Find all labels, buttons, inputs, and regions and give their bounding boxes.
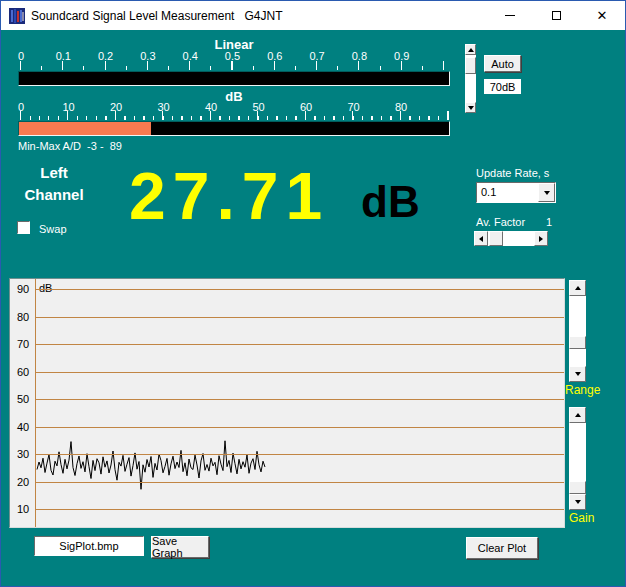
arrow-up-icon xyxy=(575,286,581,290)
update-rate-dropdown-button[interactable] xyxy=(538,183,555,202)
arrow-up-icon xyxy=(468,48,474,52)
av-factor-label: Av. Factor xyxy=(476,216,525,228)
db-minor-ticks xyxy=(20,116,449,120)
swap-checkbox[interactable] xyxy=(17,221,30,234)
y-axis-label: 60 xyxy=(17,366,35,378)
swap-checkbox-label: Swap xyxy=(39,223,67,235)
update-rate-value: 0.1 xyxy=(481,186,496,198)
range-up-button[interactable] xyxy=(569,280,586,296)
range-display: 70dB xyxy=(484,79,521,94)
arrow-up-icon xyxy=(575,413,581,417)
arrow-left-icon xyxy=(479,236,483,242)
y-axis-label: 80 xyxy=(17,311,35,323)
app-icon xyxy=(9,8,25,24)
gridline xyxy=(35,317,564,318)
gain-thumb[interactable] xyxy=(569,481,586,494)
range-thumb[interactable] xyxy=(569,336,586,349)
arrow-down-icon xyxy=(575,500,581,504)
gridline xyxy=(35,399,564,400)
av-factor-thumb[interactable] xyxy=(489,231,503,246)
window-title: Soundcard Signal Level Measurement G4JNT xyxy=(31,9,282,23)
av-factor-value: 1 xyxy=(546,216,552,228)
chevron-down-icon xyxy=(544,191,550,195)
arrow-down-icon xyxy=(468,106,474,110)
meter-scroll-up-button[interactable] xyxy=(465,44,476,55)
gridline xyxy=(35,509,564,510)
level-reading-value: 27.71 xyxy=(129,163,329,229)
y-axis-label: 90 xyxy=(17,283,35,295)
meter-scroll-thumb[interactable] xyxy=(465,57,476,74)
caption-buttons: ✕ xyxy=(487,1,625,30)
range-scrollbar[interactable] xyxy=(569,280,586,382)
channel-label-line2: Channel xyxy=(9,186,99,203)
close-button[interactable]: ✕ xyxy=(579,1,625,30)
y-axis-label: 30 xyxy=(17,448,35,460)
y-axis-label: 50 xyxy=(17,393,35,405)
update-rate-label: Update Rate, s xyxy=(476,167,549,179)
linear-minor-ticks xyxy=(20,66,444,70)
gridline xyxy=(35,372,564,373)
maximize-icon xyxy=(552,11,561,20)
level-reading-unit: dB xyxy=(361,180,420,224)
y-axis-label: 70 xyxy=(17,338,35,350)
db-meter-fill xyxy=(19,122,151,135)
gridline xyxy=(35,454,564,455)
gridline xyxy=(35,482,564,483)
linear-meter-bar xyxy=(18,71,450,86)
filename-input[interactable] xyxy=(34,536,144,556)
y-axis-label: 20 xyxy=(17,476,35,488)
av-factor-right-button[interactable] xyxy=(534,231,548,246)
arrow-down-icon xyxy=(575,372,581,376)
av-factor-left-button[interactable] xyxy=(474,231,488,246)
titlebar: Soundcard Signal Level Measurement G4JNT… xyxy=(1,1,625,30)
minmax-label: Min-Max A/D -3 - 89 xyxy=(18,140,122,152)
gridline xyxy=(35,344,564,345)
db-meter-bar xyxy=(18,121,450,136)
gridline xyxy=(35,289,564,290)
app-window: Soundcard Signal Level Measurement G4JNT… xyxy=(0,0,626,587)
save-graph-button[interactable]: Save Graph xyxy=(151,536,209,558)
range-down-button[interactable] xyxy=(569,366,586,382)
signal-plot: dB 908070605040302010 xyxy=(9,278,565,528)
av-factor-scrollbar[interactable] xyxy=(474,231,548,246)
minimize-icon xyxy=(505,15,515,16)
clear-plot-button[interactable]: Clear Plot xyxy=(466,537,538,559)
meter-range-scrollbar[interactable] xyxy=(465,44,476,113)
update-rate-combobox[interactable]: 0.1 xyxy=(476,182,556,203)
gain-up-button[interactable] xyxy=(569,407,586,423)
maximize-button[interactable] xyxy=(533,1,579,30)
arrow-right-icon xyxy=(539,236,543,242)
y-axis-label: 40 xyxy=(17,421,35,433)
close-icon: ✕ xyxy=(597,9,608,22)
gain-label: Gain xyxy=(569,511,594,525)
gain-down-button[interactable] xyxy=(569,494,586,510)
gridline xyxy=(35,427,564,428)
y-axis-label: 10 xyxy=(17,503,35,515)
client-area: Linear 00.10.20.30.40.50.60.70.80.9 dB 0… xyxy=(1,30,625,586)
auto-button[interactable]: Auto xyxy=(484,55,521,72)
minimize-button[interactable] xyxy=(487,1,533,30)
range-label: Range xyxy=(565,383,600,397)
gain-scrollbar[interactable] xyxy=(569,407,586,510)
channel-label-line1: Left xyxy=(9,164,99,181)
meter-scroll-down-button[interactable] xyxy=(465,102,476,113)
